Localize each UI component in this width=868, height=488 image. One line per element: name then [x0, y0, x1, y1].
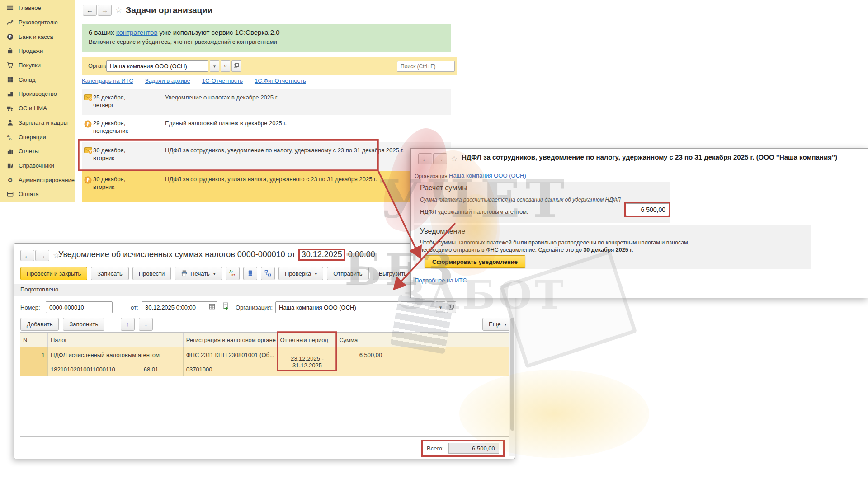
service-link-0[interactable]: Календарь на ИТС: [82, 77, 133, 84]
bar-chart-icon: [5, 148, 15, 155]
table-subrow[interactable]: 1821010201001100011068.0103701000: [20, 362, 510, 376]
its-details-link[interactable]: Подробнее на ИТС: [415, 277, 467, 284]
save-button[interactable]: Записать: [91, 267, 129, 280]
task-link[interactable]: НДФЛ за сотрудников, уведомление по нало…: [165, 147, 404, 154]
create-notification-button[interactable]: Сформировать уведомление: [425, 255, 525, 268]
organization-dropdown-button[interactable]: ▾: [210, 60, 219, 72]
column-header[interactable]: Сумма: [336, 333, 385, 347]
tax-name[interactable]: НДФЛ исчисленный налоговым агентом: [48, 347, 184, 362]
task-link[interactable]: Единый налоговый платеж в декабре 2025 г…: [165, 120, 287, 127]
organization-label: Организация:: [415, 173, 449, 179]
sidebar-item-administration[interactable]: ⚙Администрирование: [0, 173, 75, 187]
kbk-code[interactable]: 18210102010011000110: [48, 362, 141, 376]
notification-deadline: 30 декабря 2025 г.: [583, 247, 633, 253]
task-row[interactable]: ₽25 декабря,четвергУведомление о налогах…: [82, 89, 451, 115]
related-documents-button[interactable]: [261, 267, 275, 280]
task-row[interactable]: ₽30 декабря,вторникНДФЛ за сотрудников, …: [82, 142, 451, 171]
organization-open-button[interactable]: [447, 301, 456, 313]
forward-button[interactable]: →: [433, 153, 447, 164]
search-input[interactable]: [397, 61, 455, 72]
document-title: Уведомление об исчисленных суммах налого…: [58, 250, 375, 259]
forward-button[interactable]: →: [35, 250, 49, 261]
sidebar-item-manager[interactable]: Руководителю: [0, 15, 75, 30]
sidebar-item-label: Продажи: [19, 47, 43, 54]
kontragenty-link[interactable]: контрагентов: [116, 28, 158, 36]
column-header[interactable]: Налог: [48, 333, 184, 347]
organization-open-button[interactable]: [231, 60, 241, 72]
organization-field[interactable]: Наша компания ООО (ОСН): [275, 301, 434, 313]
organization-dropdown-button[interactable]: ▾: [436, 301, 445, 313]
move-up-button[interactable]: ↑: [121, 318, 135, 331]
sverka-banner: 6 ваших контрагентов уже используют серв…: [82, 24, 451, 52]
check-button[interactable]: Проверка▾: [278, 267, 323, 280]
number-field[interactable]: 0000-000010: [46, 301, 113, 313]
send-button[interactable]: Отправить: [327, 267, 368, 280]
fill-from-document-icon[interactable]: [222, 302, 230, 312]
favorite-star-icon[interactable]: ☆: [115, 5, 122, 15]
sidebar-item-production[interactable]: Производство: [0, 87, 75, 101]
column-header[interactable]: Отчетный период: [277, 333, 336, 347]
task-date: 25 декабря,четверг: [93, 94, 156, 109]
sidebar-item-reports[interactable]: Отчеты: [0, 144, 75, 159]
chevron-down-icon: ▾: [213, 63, 216, 69]
date-field[interactable]: 30.12.2025 0:00:00: [142, 301, 217, 313]
account-code[interactable]: 68.01: [141, 362, 184, 376]
vertical-scrollbar[interactable]: [509, 285, 515, 456]
move-down-button[interactable]: ↓: [139, 318, 153, 331]
row-number[interactable]: 1: [20, 347, 48, 362]
fill-button[interactable]: Заполнить: [63, 318, 104, 331]
dtkt-button[interactable]: ДтКт: [226, 267, 240, 280]
post-and-close-button[interactable]: Провести и закрыть: [20, 267, 87, 280]
date-label: от:: [131, 304, 138, 311]
sidebar-item-salary-hr[interactable]: Зарплата и кадры: [0, 116, 75, 130]
more-button[interactable]: Еще ▾: [482, 318, 513, 331]
scrollbar-thumb[interactable]: [510, 318, 514, 431]
task-link[interactable]: НДФЛ за сотрудников, уплата налога, удер…: [165, 176, 377, 183]
print-button[interactable]: Печать▾: [175, 267, 222, 280]
button-label: Провести и закрыть: [27, 270, 81, 277]
sidebar-item-operations[interactable]: ДтКтОперации: [0, 130, 75, 144]
document-register-button[interactable]: [243, 267, 257, 280]
sidebar-item-bank-cash[interactable]: ₽Банк и касса: [0, 29, 75, 44]
export-button[interactable]: Выгрузить: [373, 267, 413, 280]
tax-sum[interactable]: 6 500,00: [336, 347, 385, 362]
back-button[interactable]: ←: [418, 153, 432, 164]
report-period-link[interactable]: 23.12.2025 -31.12.2025: [278, 347, 337, 376]
organization-link[interactable]: Наша компания ООО (ОСН): [449, 172, 526, 179]
chevron-down-icon: ▾: [504, 322, 506, 327]
ndfl-amount-field[interactable]: 6 500,00: [626, 203, 669, 216]
oktmo-code[interactable]: 03701000: [184, 362, 278, 376]
person-icon: [5, 119, 15, 126]
task-row[interactable]: ₽30 декабря,вторникНДФЛ за сотрудников, …: [82, 171, 451, 202]
tax-registration[interactable]: ФНС 2311 КПП 230801001 (Об...: [184, 347, 278, 362]
column-header[interactable]: [385, 333, 510, 347]
back-button[interactable]: ←: [83, 5, 97, 16]
sidebar-item-sales[interactable]: Продажи: [0, 44, 75, 58]
calendar-button[interactable]: [207, 302, 217, 313]
back-icon: ←: [86, 6, 93, 14]
add-row-button[interactable]: Добавить: [20, 318, 59, 331]
forward-button[interactable]: →: [98, 5, 112, 16]
favorite-star-icon[interactable]: ☆: [451, 154, 458, 164]
organization-clear-button[interactable]: ×: [221, 60, 230, 72]
service-link-3[interactable]: 1С:ФинОтчетность: [255, 77, 306, 84]
sidebar-item-fixed-assets[interactable]: ОС и НМА: [0, 101, 75, 116]
service-link-2[interactable]: 1С-Отчетность: [202, 77, 243, 84]
column-header[interactable]: N: [20, 333, 48, 347]
sidebar-item-directories[interactable]: Справочники: [0, 159, 75, 173]
sidebar-item-payment[interactable]: Оплата: [0, 187, 75, 202]
sidebar-item-main[interactable]: Главное: [0, 1, 75, 15]
organization-filter-combo[interactable]: Наша компания ООО (ОСН): [106, 60, 208, 72]
table-row[interactable]: 1НДФЛ исчисленный налоговым агентомФНС 2…: [20, 347, 510, 362]
post-button[interactable]: Провести: [132, 267, 171, 280]
column-header[interactable]: Регистрация в налоговом органе: [184, 333, 278, 347]
back-button[interactable]: ←: [20, 250, 34, 261]
status-link[interactable]: Подготовлено: [20, 286, 58, 293]
row-number[interactable]: [20, 362, 48, 376]
service-link-1[interactable]: Задачи в архиве: [145, 77, 190, 84]
task-row[interactable]: ₽29 декабря,понедельникЕдиный налоговый …: [82, 115, 451, 142]
sidebar-item-label: Банк и касса: [19, 33, 53, 40]
sidebar-item-warehouse[interactable]: Склад: [0, 72, 75, 87]
task-link[interactable]: Уведомление о налогах в декабре 2025 г.: [165, 94, 278, 101]
sidebar-item-purchases[interactable]: Покупки: [0, 58, 75, 73]
